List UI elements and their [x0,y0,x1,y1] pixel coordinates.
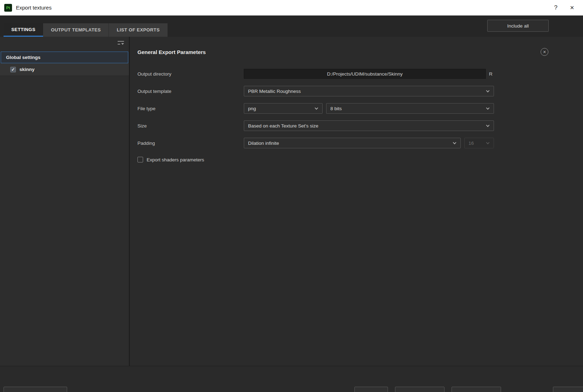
padding-amount-select: 16 [464,138,494,148]
export-shaders-label: Export shaders parameters [147,157,204,162]
sidebar-toolbar [0,37,129,52]
padding-row: Padding Dilation infinite 16 [137,138,583,148]
tab-bar: SETTINGS OUTPUT TEMPLATES LIST OF EXPORT… [4,23,168,37]
skinny-checkbox[interactable]: ✓ [10,67,16,72]
bottom-button[interactable] [553,387,583,392]
output-directory-label: Output directory [137,71,244,77]
chevron-down-icon [453,141,457,144]
size-value: Based on each Texture Set's size [248,123,318,129]
file-format-select[interactable]: png [244,103,323,114]
tab-output-templates[interactable]: OUTPUT TEMPLATES [43,23,109,37]
output-directory-row: Output directory R [137,69,583,79]
padding-amount-value: 16 [469,141,474,146]
bottom-button[interactable] [354,387,388,392]
window-title: Export textures [16,5,52,11]
close-icon[interactable]: ✕ [564,0,580,16]
padding-label: Padding [137,141,244,146]
sidebar-item-global-settings[interactable]: Global settings [1,52,128,63]
sidebar-item-label: skinny [19,67,35,72]
output-template-row: Output template PBR Metallic Roughness [137,86,583,96]
bit-depth-value: 8 bits [330,106,342,111]
export-shaders-checkbox[interactable] [137,157,143,162]
file-type-row: File type png 8 bits [137,103,583,114]
help-icon[interactable]: ? [548,0,564,16]
size-select[interactable]: Based on each Texture Set's size [244,120,494,131]
chevron-down-icon [486,89,490,93]
output-template-label: Output template [137,89,244,94]
panel-heading: General Export Parameters [137,49,206,55]
dialog-content: SETTINGS OUTPUT TEMPLATES LIST OF EXPORT… [0,16,583,392]
export-form: Output directory R Output template PBR M… [137,69,583,163]
bottom-button[interactable] [452,387,501,392]
export-shaders-row: Export shaders parameters [137,156,583,163]
size-row: Size Based on each Texture Set's size [137,120,583,131]
include-all-button[interactable]: Include all [487,20,549,32]
reset-directory-button[interactable]: R [489,71,493,77]
texture-set-sidebar: Global settings ✓ skinny [0,37,130,366]
tab-list-of-exports[interactable]: LIST OF EXPORTS [109,23,168,37]
chevron-down-icon [486,106,490,110]
bit-depth-select[interactable]: 8 bits [326,103,494,114]
bottom-button[interactable] [395,387,444,392]
file-format-value: png [248,106,256,111]
chevron-down-icon [486,124,490,127]
tab-settings[interactable]: SETTINGS [4,23,43,37]
output-directory-input[interactable] [244,69,486,79]
chevron-down-icon [486,141,490,144]
output-template-value: PBR Metallic Roughness [248,89,301,94]
title-bar: Pt Export textures ? ✕ [0,0,583,16]
size-label: Size [137,123,244,129]
file-type-label: File type [137,106,244,111]
bottom-bar [0,366,583,392]
bottom-button[interactable] [4,387,67,392]
padding-value: Dilation infinite [248,141,279,146]
padding-select[interactable]: Dilation infinite [244,138,461,148]
export-textures-dialog: Pt Export textures ? ✕ SETTINGS OUTPUT T… [0,0,583,392]
output-template-select[interactable]: PBR Metallic Roughness [244,86,494,96]
sidebar-item-label: Global settings [6,55,41,60]
filter-icon[interactable] [118,41,124,45]
chevron-down-icon [315,106,318,110]
dismiss-circle-icon[interactable]: ✕ [541,48,548,56]
app-logo-icon: Pt [4,4,12,12]
general-export-parameters-panel: General Export Parameters ✕ Output direc… [130,37,583,366]
sidebar-item-skinny[interactable]: ✓ skinny [0,63,129,76]
